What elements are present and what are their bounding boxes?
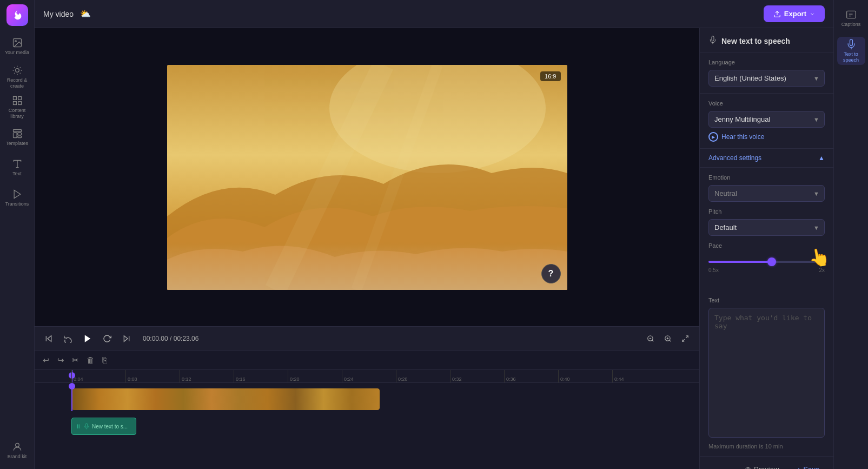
sidebar-item-brand-kit[interactable]: Brand kit	[3, 437, 31, 465]
svg-point-1	[15, 41, 16, 42]
svg-line-29	[683, 339, 685, 341]
svg-rect-10	[17, 136, 21, 137]
ruler-mark: 0:08	[125, 370, 180, 383]
export-button[interactable]: Export	[764, 5, 825, 22]
text-input[interactable]	[708, 308, 825, 438]
play-button[interactable]	[80, 331, 95, 346]
skip-back-button[interactable]	[41, 331, 56, 346]
voice-select[interactable]: Jenny Multilingual Guy Neural Davis Neur…	[708, 111, 825, 128]
hear-voice-button[interactable]: ▶ Hear this voice	[708, 132, 764, 142]
play-circle-icon: ▶	[708, 132, 718, 142]
main-content: My video ⛅ Export	[35, 0, 833, 469]
ruler-marks: 0:04 0:08 0:12 0:16 0:20 0:24 0:28 0:32 …	[71, 370, 699, 383]
time-display: 00:00.00 / 00:23.06	[143, 335, 198, 342]
undo-button[interactable]: ↩	[41, 354, 51, 367]
sidebar-item-transitions[interactable]: Transitions	[3, 184, 31, 212]
pitch-label: Pitch	[708, 208, 825, 215]
language-select[interactable]: English (United States) English (United …	[708, 70, 825, 87]
timeline-toolbar: ↩ ↪ ✂ 🗑 ⎘	[35, 351, 699, 370]
svg-line-28	[686, 335, 688, 338]
text-section: Text Maximum duration is 10 min	[700, 290, 833, 456]
sidebar-item-templates[interactable]: Templates	[3, 123, 31, 151]
fullscreen-button[interactable]	[678, 331, 693, 346]
language-section: Language English (United States) English…	[700, 52, 833, 94]
sidebar-item-text[interactable]: Text	[3, 154, 31, 182]
timeline-area: ↩ ↪ ✂ 🗑 ⎘ 0:04 0:08 0:12 0:16	[35, 350, 699, 469]
language-label: Language	[708, 59, 825, 65]
pace-section: Pace 👆 0.5x 2x	[700, 242, 833, 290]
pitch-select[interactable]: Default Low Medium High	[708, 219, 825, 236]
pitch-section: Pitch Default Low Medium High ▼	[700, 208, 833, 242]
emotion-select-wrapper: Neutral Cheerful Sad ▼	[708, 185, 825, 202]
redo-button[interactable]: ↪	[56, 354, 66, 367]
workspace: 16:9 ?	[35, 28, 833, 469]
advanced-settings-toggle[interactable]: Advanced settings ▲	[700, 149, 833, 168]
ruler-mark: 0:36	[504, 370, 558, 383]
svg-point-11	[15, 443, 19, 447]
save-button[interactable]: Save	[789, 462, 825, 469]
svg-marker-19	[124, 335, 128, 341]
video-clip[interactable]	[71, 388, 380, 410]
svg-rect-3	[13, 96, 16, 100]
tts-clip-label: New text to s...	[92, 424, 128, 430]
advanced-settings-caret-icon: ▲	[818, 154, 825, 162]
sidebar-item-record-create[interactable]: Record &create	[3, 63, 31, 91]
emotion-select[interactable]: Neutral Cheerful Sad	[708, 185, 825, 202]
cut-button[interactable]: ✂	[70, 354, 81, 367]
pitch-select-wrapper: Default Low Medium High ▼	[708, 219, 825, 236]
svg-rect-8	[13, 133, 17, 137]
sidebar-item-your-media[interactable]: Your media	[3, 32, 31, 61]
voice-section: Voice Jenny Multilingual Guy Neural Davi…	[700, 94, 833, 149]
ruler-mark: 0:40	[558, 370, 612, 383]
video-playhead	[71, 387, 72, 411]
svg-rect-7	[13, 130, 21, 132]
emotion-section: Emotion Neutral Cheerful Sad ▼	[700, 168, 833, 208]
forward-button[interactable]	[100, 331, 115, 346]
video-title: My video	[43, 10, 74, 18]
playhead-handle[interactable]	[69, 383, 75, 389]
far-right-captions[interactable]: Captions	[837, 4, 865, 32]
ruler-mark: 0:16	[234, 370, 288, 383]
tts-track: ⏸ New text to s...	[35, 413, 699, 441]
pace-slider-container: 👆 0.5x 2x	[708, 255, 825, 284]
right-panel-header: New text to speech	[700, 28, 833, 52]
pace-range-labels: 0.5x 2x	[708, 267, 825, 273]
panel-title: New text to speech	[721, 37, 790, 45]
duplicate-button[interactable]: ⎘	[101, 354, 109, 366]
skip-forward-button[interactable]	[119, 331, 134, 346]
svg-marker-16	[48, 335, 51, 341]
ruler-mark: 0:20	[288, 370, 342, 383]
track-content-tts: ⏸ New text to s...	[71, 415, 695, 439]
delete-button[interactable]: 🗑	[85, 354, 96, 366]
aspect-ratio-badge: 16:9	[540, 71, 560, 81]
far-right-tts[interactable]: Text tospeech	[837, 37, 865, 65]
rewind-button[interactable]	[61, 331, 76, 346]
text-label: Text	[708, 297, 825, 303]
help-button[interactable]: ?	[541, 264, 561, 283]
max-duration-label: Maximum duration is 10 min	[708, 443, 825, 450]
tts-clip-icon	[83, 423, 90, 430]
topbar: My video ⛅ Export	[35, 0, 833, 28]
ruler-mark: 0:12	[180, 370, 234, 383]
pace-slider[interactable]	[708, 261, 825, 263]
ruler-mark: 0:32	[450, 370, 504, 383]
ruler-mark: 0:44	[612, 370, 666, 383]
right-panel: New text to speech Language English (Uni…	[699, 28, 833, 469]
tts-clip[interactable]: ⏸ New text to s...	[71, 418, 136, 435]
zoom-in-button[interactable]	[660, 331, 675, 346]
svg-rect-6	[13, 101, 16, 104]
svg-rect-4	[18, 96, 21, 100]
cloud-save-icon: ⛅	[80, 9, 91, 19]
sidebar-item-content-library[interactable]: Contentlibrary	[3, 93, 31, 121]
app-logo[interactable]	[6, 4, 28, 26]
preview-button[interactable]: Preview	[739, 462, 784, 469]
pace-label: Pace	[708, 242, 825, 249]
svg-rect-9	[17, 133, 21, 135]
video-area: 16:9 ?	[35, 28, 699, 469]
voice-label: Voice	[708, 100, 825, 107]
zoom-out-button[interactable]	[643, 331, 658, 346]
video-controls: 00:00.00 / 00:23.06	[35, 326, 699, 350]
video-track	[35, 385, 699, 413]
ruler-mark: 0:04	[71, 370, 125, 383]
svg-line-25	[670, 340, 671, 341]
